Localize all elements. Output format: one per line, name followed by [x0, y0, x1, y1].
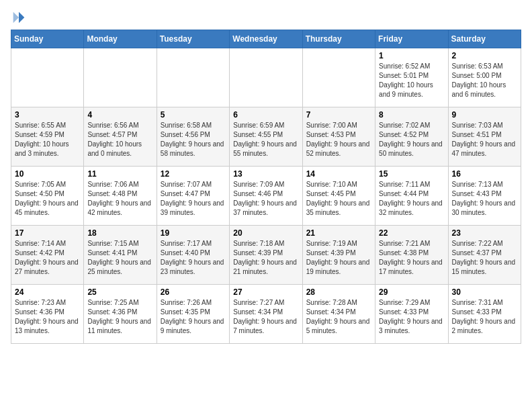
day-info: Sunrise: 7:23 AMSunset: 4:36 PMDaylight:… — [15, 298, 80, 336]
day-number: 6 — [233, 110, 298, 120]
day-cell: 12Sunrise: 7:07 AMSunset: 4:47 PMDayligh… — [157, 167, 229, 226]
day-info: Sunrise: 7:15 AMSunset: 4:41 PMDaylight:… — [87, 239, 152, 277]
day-number: 27 — [233, 287, 298, 297]
day-number: 16 — [452, 169, 517, 179]
svg-marker-0 — [19, 12, 24, 24]
day-cell: 2Sunrise: 6:53 AMSunset: 5:00 PMDaylight… — [448, 48, 521, 107]
day-number: 22 — [379, 228, 444, 238]
day-info: Sunrise: 7:28 AMSunset: 4:34 PMDaylight:… — [306, 298, 371, 336]
day-cell: 4Sunrise: 6:56 AMSunset: 4:57 PMDaylight… — [84, 107, 157, 167]
day-info: Sunrise: 7:02 AMSunset: 4:52 PMDaylight:… — [379, 121, 444, 158]
week-row-4: 17Sunrise: 7:14 AMSunset: 4:42 PMDayligh… — [11, 226, 521, 285]
day-number: 30 — [452, 287, 517, 297]
day-cell: 7Sunrise: 7:00 AMSunset: 4:53 PMDaylight… — [302, 107, 375, 167]
day-cell: 20Sunrise: 7:18 AMSunset: 4:39 PMDayligh… — [230, 226, 302, 285]
day-number: 25 — [87, 287, 152, 297]
day-cell: 10Sunrise: 7:05 AMSunset: 4:50 PMDayligh… — [11, 167, 84, 226]
day-cell: 11Sunrise: 7:06 AMSunset: 4:48 PMDayligh… — [84, 167, 157, 226]
day-info: Sunrise: 6:53 AMSunset: 5:00 PMDaylight:… — [452, 62, 517, 99]
day-number: 13 — [233, 169, 298, 179]
day-number: 12 — [161, 169, 226, 179]
week-row-3: 10Sunrise: 7:05 AMSunset: 4:50 PMDayligh… — [11, 167, 521, 226]
logo-icon — [12, 11, 26, 24]
day-cell: 21Sunrise: 7:19 AMSunset: 4:39 PMDayligh… — [302, 226, 375, 285]
day-cell — [11, 48, 84, 107]
day-info: Sunrise: 7:13 AMSunset: 4:43 PMDaylight:… — [452, 180, 517, 218]
day-cell: 25Sunrise: 7:25 AMSunset: 4:36 PMDayligh… — [84, 285, 157, 344]
day-number: 9 — [452, 110, 517, 120]
day-cell — [302, 48, 375, 107]
day-number: 24 — [15, 287, 80, 297]
day-number: 18 — [87, 228, 152, 238]
day-info: Sunrise: 7:11 AMSunset: 4:44 PMDaylight:… — [379, 180, 444, 218]
day-info: Sunrise: 7:31 AMSunset: 4:33 PMDaylight:… — [452, 298, 517, 336]
day-info: Sunrise: 7:09 AMSunset: 4:46 PMDaylight:… — [233, 180, 298, 218]
day-number: 23 — [452, 228, 517, 238]
logo — [11, 11, 28, 24]
day-cell: 1Sunrise: 6:52 AMSunset: 5:01 PMDaylight… — [375, 48, 448, 107]
day-cell — [230, 48, 302, 107]
day-number: 2 — [452, 51, 517, 60]
day-number: 20 — [233, 228, 298, 238]
day-number: 8 — [379, 110, 444, 120]
day-cell: 30Sunrise: 7:31 AMSunset: 4:33 PMDayligh… — [448, 285, 521, 344]
day-info: Sunrise: 6:59 AMSunset: 4:55 PMDaylight:… — [233, 121, 298, 158]
day-header-tuesday: Tuesday — [157, 30, 229, 48]
calendar-header: SundayMondayTuesdayWednesdayThursdayFrid… — [11, 30, 521, 48]
day-number: 19 — [161, 228, 226, 238]
day-cell: 24Sunrise: 7:23 AMSunset: 4:36 PMDayligh… — [11, 285, 84, 344]
day-cell: 14Sunrise: 7:10 AMSunset: 4:45 PMDayligh… — [302, 167, 375, 226]
day-header-thursday: Thursday — [302, 30, 375, 48]
calendar-body: 1Sunrise: 6:52 AMSunset: 5:01 PMDaylight… — [11, 48, 521, 344]
day-info: Sunrise: 7:00 AMSunset: 4:53 PMDaylight:… — [306, 121, 371, 158]
day-number: 17 — [15, 228, 80, 238]
week-row-5: 24Sunrise: 7:23 AMSunset: 4:36 PMDayligh… — [11, 285, 521, 344]
calendar-table: SundayMondayTuesdayWednesdayThursdayFrid… — [11, 30, 521, 344]
day-info: Sunrise: 7:18 AMSunset: 4:39 PMDaylight:… — [233, 239, 298, 277]
day-cell: 5Sunrise: 6:58 AMSunset: 4:56 PMDaylight… — [157, 107, 229, 167]
day-cell: 19Sunrise: 7:17 AMSunset: 4:40 PMDayligh… — [157, 226, 229, 285]
day-cell: 26Sunrise: 7:26 AMSunset: 4:35 PMDayligh… — [157, 285, 229, 344]
day-info: Sunrise: 7:17 AMSunset: 4:40 PMDaylight:… — [161, 239, 226, 277]
day-number: 1 — [379, 51, 444, 60]
day-info: Sunrise: 7:26 AMSunset: 4:35 PMDaylight:… — [161, 298, 226, 336]
day-cell: 22Sunrise: 7:21 AMSunset: 4:38 PMDayligh… — [375, 226, 448, 285]
day-cell: 16Sunrise: 7:13 AMSunset: 4:43 PMDayligh… — [448, 167, 521, 226]
day-cell: 28Sunrise: 7:28 AMSunset: 4:34 PMDayligh… — [302, 285, 375, 344]
page-header — [11, 11, 521, 24]
day-info: Sunrise: 7:05 AMSunset: 4:50 PMDaylight:… — [15, 180, 80, 218]
day-cell: 8Sunrise: 7:02 AMSunset: 4:52 PMDaylight… — [375, 107, 448, 167]
day-cell: 13Sunrise: 7:09 AMSunset: 4:46 PMDayligh… — [230, 167, 302, 226]
day-number: 29 — [379, 287, 444, 297]
day-info: Sunrise: 6:52 AMSunset: 5:01 PMDaylight:… — [379, 62, 444, 99]
day-header-monday: Monday — [84, 30, 157, 48]
day-cell: 29Sunrise: 7:29 AMSunset: 4:33 PMDayligh… — [375, 285, 448, 344]
day-info: Sunrise: 7:19 AMSunset: 4:39 PMDaylight:… — [306, 239, 371, 277]
day-cell: 3Sunrise: 6:55 AMSunset: 4:59 PMDaylight… — [11, 107, 84, 167]
day-info: Sunrise: 7:25 AMSunset: 4:36 PMDaylight:… — [87, 298, 152, 336]
day-info: Sunrise: 7:07 AMSunset: 4:47 PMDaylight:… — [161, 180, 226, 218]
day-cell: 6Sunrise: 6:59 AMSunset: 4:55 PMDaylight… — [230, 107, 302, 167]
day-cell: 18Sunrise: 7:15 AMSunset: 4:41 PMDayligh… — [84, 226, 157, 285]
day-cell: 23Sunrise: 7:22 AMSunset: 4:37 PMDayligh… — [448, 226, 521, 285]
day-number: 28 — [306, 287, 371, 297]
day-number: 10 — [15, 169, 80, 179]
day-cell: 27Sunrise: 7:27 AMSunset: 4:34 PMDayligh… — [230, 285, 302, 344]
day-info: Sunrise: 7:22 AMSunset: 4:37 PMDaylight:… — [452, 239, 517, 277]
day-number: 7 — [306, 110, 371, 120]
day-info: Sunrise: 7:14 AMSunset: 4:42 PMDaylight:… — [15, 239, 80, 277]
week-row-2: 3Sunrise: 6:55 AMSunset: 4:59 PMDaylight… — [11, 107, 521, 167]
day-info: Sunrise: 6:56 AMSunset: 4:57 PMDaylight:… — [87, 121, 152, 158]
day-number: 15 — [379, 169, 444, 179]
day-number: 14 — [306, 169, 371, 179]
day-number: 21 — [306, 228, 371, 238]
day-info: Sunrise: 7:29 AMSunset: 4:33 PMDaylight:… — [379, 298, 444, 336]
day-info: Sunrise: 7:27 AMSunset: 4:34 PMDaylight:… — [233, 298, 298, 336]
day-header-wednesday: Wednesday — [230, 30, 302, 48]
day-cell: 15Sunrise: 7:11 AMSunset: 4:44 PMDayligh… — [375, 167, 448, 226]
day-cell — [157, 48, 229, 107]
svg-marker-1 — [13, 12, 19, 24]
day-number: 3 — [15, 110, 80, 120]
day-info: Sunrise: 7:10 AMSunset: 4:45 PMDaylight:… — [306, 180, 371, 218]
day-number: 5 — [161, 110, 226, 120]
